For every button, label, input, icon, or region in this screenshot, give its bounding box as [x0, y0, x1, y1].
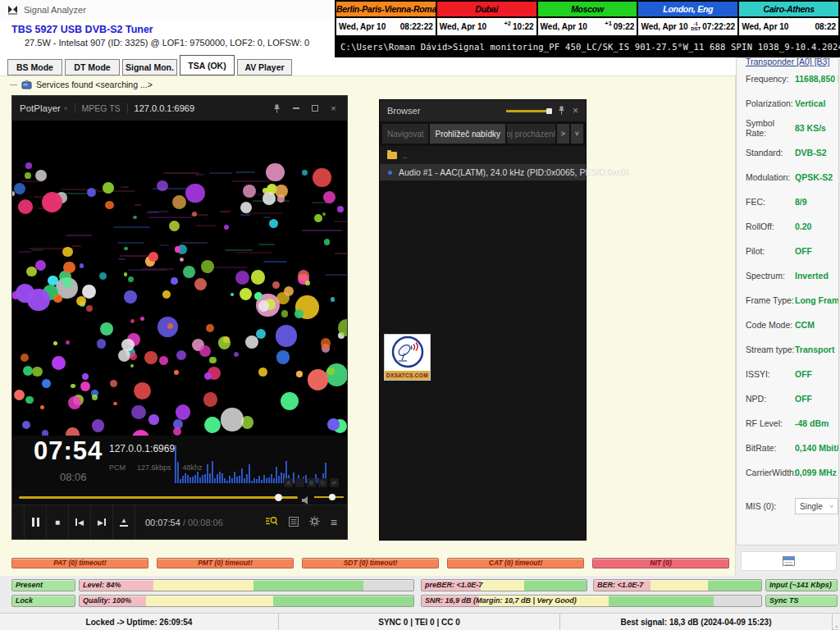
- potplayer-titlebar[interactable]: PotPlayer˅ MPEG TS 127.0.0.1:6969 ×: [12, 96, 347, 121]
- clock-dubai: Dubai Wed, Apr 10 +210:22: [437, 2, 536, 35]
- tab-dropdown-button[interactable]: ˅: [571, 124, 583, 144]
- time-readout: 00:07:54 / 00:08:06: [145, 518, 223, 527]
- tab-menu-browser[interactable]: Prohlížeč nabídky: [430, 124, 505, 144]
- transport-buttons: ■ ◀ ▶ ▲: [24, 505, 135, 539]
- tab-signal-mon[interactable]: Signal Mon.: [122, 59, 177, 75]
- gauge-label: Present: [16, 581, 43, 589]
- ab-repeat-mid-button[interactable]: ·: [295, 478, 304, 487]
- param-row: Pilot:OFF: [746, 239, 838, 263]
- folder-up-row[interactable]: ..: [380, 146, 586, 164]
- pause-button[interactable]: [25, 505, 47, 539]
- tab-av-player[interactable]: AV Player: [237, 59, 292, 75]
- loop-icon[interactable]: ↻: [318, 478, 327, 487]
- clock-city-label: Berlin-Paris-Vienna-Roma: [336, 2, 436, 16]
- close-button[interactable]: ×: [573, 105, 578, 116]
- player-info-bar: 07:54 08:06 127.0.0.1:6969 PCM 127.6kbps…: [12, 436, 347, 490]
- param-label: Modulation:: [746, 172, 795, 182]
- divider: [127, 103, 128, 113]
- clock-city-label: London, Eng: [638, 2, 737, 16]
- tab-bs-mode[interactable]: BS Mode: [7, 59, 62, 75]
- tab-scroll-right-button[interactable]: >: [557, 124, 569, 144]
- param-label: Polarization:: [746, 98, 795, 108]
- tv-icon: [21, 80, 32, 89]
- clock-time-value: 08:22: [815, 22, 836, 31]
- param-row: Frequency:11688,850 MHz: [746, 66, 838, 91]
- shuffle-icon[interactable]: ⇄: [330, 478, 339, 487]
- pin-icon[interactable]: [558, 103, 565, 118]
- app-title: Signal Analyzer: [24, 5, 86, 15]
- audio-spectrum: [175, 442, 337, 483]
- param-row: Polarization:Vertical: [746, 91, 838, 116]
- maximize-button[interactable]: [308, 105, 321, 112]
- volume-slider[interactable]: [314, 496, 344, 498]
- settings-gear-icon[interactable]: [309, 515, 320, 530]
- param-value: OFF: [795, 369, 812, 379]
- clock-offset: +1: [605, 20, 612, 27]
- clock-time-value: 10:22: [513, 22, 534, 31]
- status-best-signal: Best signal: 18,3 dB (2024-04-09 15:23): [560, 614, 833, 630]
- chip-pat: PAT (0) timeout!: [11, 558, 148, 568]
- clock-date: Wed, Apr 10: [440, 22, 486, 31]
- tab-title-browser[interactable]: Nástroj procházení titu...: [507, 124, 555, 144]
- param-value: -48 dBm: [795, 418, 829, 428]
- player-utility-icons: ≡: [266, 515, 347, 530]
- tab-tsa[interactable]: TSA (OK): [180, 55, 235, 75]
- param-value: Vertical: [795, 98, 825, 108]
- minimize-icon: [293, 107, 299, 109]
- close-button[interactable]: ×: [327, 103, 340, 113]
- folder-up-label: ..: [403, 151, 408, 160]
- chevron-down-icon: ˅: [64, 105, 68, 112]
- param-row: CarrierWidth:0,099 MHz: [746, 460, 838, 485]
- gauge-preber: preBER: <1.0E-7: [421, 579, 587, 591]
- ab-repeat-b-button[interactable]: B: [307, 478, 316, 487]
- tab-dt-mode[interactable]: DT Mode: [65, 59, 120, 75]
- resize-grip[interactable]: [833, 614, 840, 630]
- seek-knob[interactable]: [275, 494, 282, 501]
- param-value: OFF: [795, 246, 812, 256]
- clock-time-value: 08:22:22: [400, 22, 433, 31]
- gauge-level: Level: 84%: [79, 579, 414, 591]
- menu-icon[interactable]: ≡: [331, 516, 337, 529]
- screen: Signal Analyzer TBS 5927 USB DVB-S2 Tune…: [0, 0, 840, 630]
- potplayer-menu-label: PotPlayer: [20, 103, 61, 113]
- browser-titlebar[interactable]: Browser ×: [380, 100, 586, 121]
- gauge-label: Sync TS: [769, 596, 799, 605]
- services-tree-item[interactable]: Services found <searching ...>: [10, 80, 153, 89]
- search-icon[interactable]: [266, 515, 278, 530]
- minimize-button[interactable]: [290, 107, 302, 109]
- potplayer-menu-button[interactable]: PotPlayer˅: [20, 103, 68, 113]
- param-row: Symbol Rate:83 KS/s: [746, 116, 838, 140]
- seek-row: [12, 490, 347, 504]
- stream-url: 127.0.0.1:6969: [135, 103, 194, 113]
- console-prompt[interactable]: C:\Users\Roman Dávid>Signal monitoring_P…: [335, 38, 840, 57]
- gauge-label: BER: <1.0E-7: [597, 581, 643, 589]
- clock-offset: +2: [504, 20, 511, 27]
- browser-slider-knob[interactable]: [546, 108, 552, 114]
- tab-navigate[interactable]: Navigovat: [382, 124, 428, 144]
- param-row: ISSYI:OFF: [746, 362, 838, 386]
- next-button[interactable]: ▶: [91, 505, 113, 539]
- seek-bar[interactable]: [19, 496, 298, 499]
- mis-value: Single: [800, 502, 823, 511]
- param-label: RF Level:: [746, 418, 795, 428]
- potplayer-window: PotPlayer˅ MPEG TS 127.0.0.1:6969 × 07:5…: [11, 95, 348, 540]
- analyzer-workspace: Services found <searching ...> PotPlayer…: [0, 75, 736, 576]
- browser-slider[interactable]: [506, 110, 550, 112]
- pin-icon[interactable]: [271, 104, 283, 113]
- clock-time: -1DST07:22:22: [691, 22, 735, 31]
- stop-button[interactable]: ■: [47, 505, 69, 539]
- playlist-icon[interactable]: [289, 515, 299, 530]
- mis-select[interactable]: Single ˅: [795, 498, 838, 514]
- previous-icon: ◀: [75, 518, 84, 527]
- clock-time-row: Wed, Apr 10 08:22: [739, 18, 838, 35]
- audio-stream-row[interactable]: Audio #1 - AAC(LATM), 24.0 kHz (PID:0x00…: [380, 164, 586, 180]
- volume-knob[interactable]: [329, 494, 336, 500]
- video-surface[interactable]: [12, 121, 347, 436]
- param-value: QPSK-S2: [795, 172, 833, 182]
- previous-button[interactable]: ◀: [69, 505, 91, 539]
- ab-repeat-a-button[interactable]: A: [284, 478, 293, 487]
- export-table-button[interactable]: [741, 551, 837, 571]
- eject-button[interactable]: ▲: [113, 505, 135, 539]
- param-row: Frame Type:Long Frame: [746, 288, 838, 313]
- chip-pmt: PMT (0) timeout!: [157, 558, 294, 568]
